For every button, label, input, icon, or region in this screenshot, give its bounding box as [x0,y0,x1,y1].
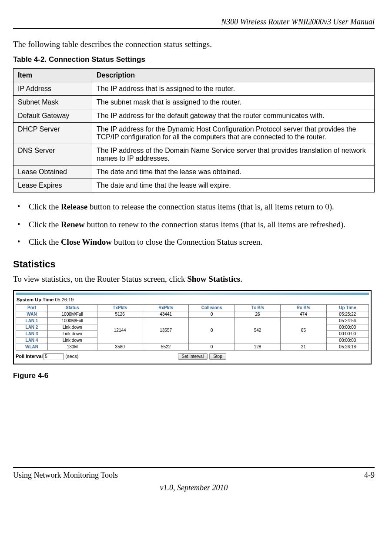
stats-cell: 00:00:00 [326,337,369,344]
stats-cell: 21 [281,344,326,350]
table-row: IP AddressThe IP address that is assigne… [13,82,375,96]
figure-caption: Figure 4-6 [13,371,375,380]
stats-cell: 1000M/Full [47,311,97,317]
stats-cell: 0 [189,344,235,350]
stats-cell: 00:00:00 [326,331,369,337]
table-row: DNS ServerThe IP address of the Domain N… [13,144,375,165]
list-item: Click the Renew button to renew to the c… [13,219,375,231]
table-header-description: Description [92,69,375,82]
bullet-text-bold: Close Window [61,237,112,246]
stats-cell: 0 [189,317,235,344]
stats-cell: 05:24:56 [326,317,369,324]
stats-header: Tx B/s [235,304,280,311]
table-cell-item: DHCP Server [13,123,92,144]
bullet-text-pre: Click the [29,237,61,246]
stats-cell: 05:26:18 [326,344,369,350]
table-cell-desc: The date and time that the lease will ex… [92,179,375,192]
table-cell-desc: The subnet mask that is assigned to the … [92,96,375,109]
statistics-intro: To view statistics, on the Router Status… [13,274,375,284]
bullet-text-bold: Release [61,202,87,211]
document-header-title: N300 Wireless Router WNR2000v3 User Manu… [13,17,375,27]
stats-cell: 00:00:00 [326,324,369,331]
stop-button[interactable]: Stop [209,353,226,360]
list-item: Click the Close Window button to close t… [13,236,375,248]
statistics-table: Port Status TxPkts RxPkts Collisions Tx … [16,304,369,351]
stats-cell: Link down [47,324,97,331]
stats-cell: 26 [235,311,280,317]
table-cell-item: Subnet Mask [13,96,92,109]
table-cell-desc: The date and time that the lease was obt… [92,165,375,179]
table-cell-item: Lease Expires [13,179,92,192]
table-row: DHCP ServerThe IP address for the Dynami… [13,123,375,144]
stats-header: Up Time [326,304,369,311]
stats-header: Status [47,304,97,311]
bullet-text-pre: Click the [29,220,61,229]
table-cell-desc: The IP address that is assigned to the r… [92,82,375,96]
bullet-text-pre: Click the [29,202,61,211]
stats-header: Port [16,304,48,311]
intro-text: The following table describes the connec… [13,40,375,49]
stats-header: Collisions [189,304,235,311]
stats-cell-port: LAN 2 [16,324,48,331]
table-row: Lease ObtainedThe date and time that the… [13,165,375,179]
poll-interval-row: Poll Interval (secs) Set Interval Stop [16,353,369,360]
stats-cell: 05:25:22 [326,311,369,317]
stats-cell: 12144 [97,317,143,344]
table-cell-desc: The IP address for the Dynamic Host Conf… [92,123,375,144]
stats-intro-pre: To view statistics, on the Router Status… [13,274,187,283]
table-row: Default GatewayThe IP address for the de… [13,109,375,123]
header-rule [13,28,375,29]
statistics-heading: Statistics [13,259,375,270]
stats-cell: 1000M/Full [47,317,97,324]
table-header-item: Item [13,69,92,82]
table-row: Subnet MaskThe subnet mask that is assig… [13,96,375,109]
poll-interval-unit: (secs) [65,354,78,359]
table-cell-desc: The IP address of the Domain Name Servic… [92,144,375,165]
stats-cell-port: LAN 1 [16,317,48,324]
stats-cell-port: LAN 4 [16,337,48,344]
table-cell-item: Lease Obtained [13,165,92,179]
stats-cell: 5522 [143,344,188,350]
list-item: Click the Release button to release the … [13,201,375,213]
stats-cell: Link down [47,331,97,337]
connection-status-table: Item Description IP AddressThe IP addres… [13,68,375,192]
stats-intro-bold: Show Statistics [187,274,240,283]
stats-cell: 128 [235,344,280,350]
stats-cell: 474 [281,311,326,317]
statistics-screenshot: System Up Time 05:26:19 Port Status TxPk… [13,290,372,364]
stats-header: Rx B/s [281,304,326,311]
stats-header: RxPkts [143,304,188,311]
table-cell-item: IP Address [13,82,92,96]
stats-cell-port: LAN 3 [16,331,48,337]
footer-version: v1.0, September 2010 [13,483,375,492]
table-caption: Table 4-2. Connection Status Settings [13,55,375,64]
bullet-text-bold: Renew [61,220,85,229]
table-cell-item: Default Gateway [13,109,92,123]
stats-intro-post: . [240,274,242,283]
stats-row-wan: WAN 1000M/Full 5126 43441 0 26 474 05:25… [16,311,369,317]
system-uptime-value: 05:26:19 [55,297,74,302]
bullet-list: Click the Release button to release the … [13,201,375,248]
stats-cell: 130M [47,344,97,350]
system-uptime-row: System Up Time 05:26:19 [17,297,369,303]
footer-left: Using Network Monitoring Tools [13,471,118,480]
table-cell-item: DNS Server [13,144,92,165]
set-interval-button[interactable]: Set Interval [178,353,208,360]
poll-interval-input[interactable] [44,353,64,360]
stats-header-gradient [16,293,369,295]
stats-row-lan1: LAN 1 1000M/Full 12144 13557 0 542 65 05… [16,317,369,324]
stats-cell: 43441 [143,311,188,317]
stats-cell: 65 [281,317,326,344]
poll-interval-label: Poll Interval [16,354,43,359]
stats-cell-port: WLAN [16,344,48,350]
stats-cell-port: WAN [16,311,48,317]
bullet-text-post: button to close the Connection Status sc… [112,237,262,246]
page-footer: Using Network Monitoring Tools 4-9 v1.0,… [13,467,375,492]
footer-rule [13,467,375,468]
footer-page-number: 4-9 [364,471,375,480]
stats-header: TxPkts [97,304,143,311]
stats-cell: 13557 [143,317,188,344]
table-cell-desc: The IP address for the default gateway t… [92,109,375,123]
system-uptime-label: System Up Time [17,297,54,302]
stats-cell: 542 [235,317,280,344]
